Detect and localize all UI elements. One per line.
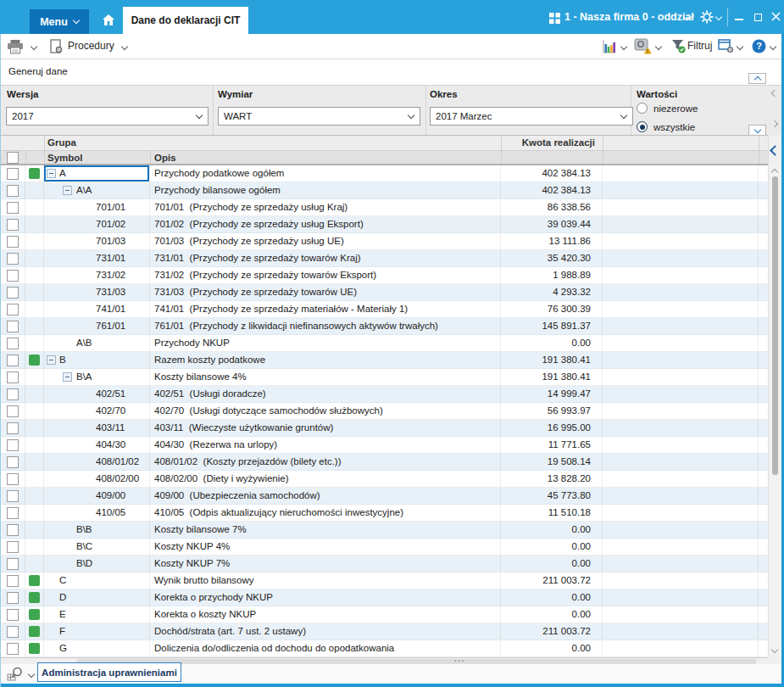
row-checkbox[interactable] <box>7 388 19 400</box>
row-checkbox[interactable] <box>7 236 19 248</box>
table-row[interactable]: 410/05 410/05 (Odpis aktualizujący nieru… <box>0 505 768 522</box>
row-checkbox[interactable] <box>7 405 19 417</box>
table-row[interactable]: 731/01 731/01 (Przychody ze sprzedaży to… <box>0 250 768 267</box>
row-checkbox[interactable] <box>7 439 19 451</box>
tree-expander-icon[interactable] <box>63 372 72 382</box>
zoom-table-icon[interactable] <box>7 667 25 685</box>
tree-expander-icon[interactable] <box>47 169 56 178</box>
table-row[interactable]: C Wynik brutto bilansowy 211 003.72 <box>0 572 768 589</box>
okres-select[interactable]: 2017 Marzec <box>430 107 633 126</box>
filter-collapse-up-button[interactable] <box>748 73 766 84</box>
zoom-options-chevron-icon[interactable] <box>28 671 35 678</box>
table-row[interactable]: 701/01 701/01 (Przychody ze sprzedaży us… <box>0 199 768 216</box>
row-checkbox[interactable] <box>7 371 19 383</box>
tree-expander-icon[interactable] <box>47 355 56 365</box>
chart-icon[interactable] <box>603 39 616 57</box>
row-checkbox[interactable] <box>7 558 19 570</box>
table-row[interactable]: 731/03 731/03 (Przychody ze sprzedaży to… <box>0 284 768 301</box>
row-checkbox[interactable] <box>7 219 19 231</box>
help-chevron-icon[interactable] <box>770 43 776 50</box>
wersja-select[interactable]: 2017 <box>6 107 209 126</box>
close-button[interactable] <box>767 9 784 25</box>
wymiar-select[interactable]: WART <box>218 107 420 126</box>
row-checkbox[interactable] <box>7 253 19 265</box>
collapse-left-icon[interactable] <box>770 145 781 156</box>
row-checkbox[interactable] <box>7 609 19 621</box>
row-checkbox[interactable] <box>7 473 19 485</box>
row-checkbox[interactable] <box>7 643 19 655</box>
home-button[interactable] <box>93 9 123 34</box>
filter-icon[interactable] <box>671 39 686 57</box>
radio-option-wszystkie[interactable]: wszystkie <box>637 121 695 132</box>
column-header-symbol[interactable]: Symbol <box>47 151 83 165</box>
radio-icon[interactable] <box>637 103 648 114</box>
column-header-grupa[interactable]: Grupa <box>47 136 76 149</box>
table-row[interactable]: 731/02 731/02 (Przychody ze sprzedaży to… <box>0 267 768 284</box>
table-row[interactable]: 741/01 741/01 (Przychody ze sprzedaży ma… <box>0 301 768 318</box>
filter-button[interactable]: Filtruj <box>687 34 712 59</box>
row-checkbox[interactable] <box>7 575 19 587</box>
row-checkbox[interactable] <box>7 456 19 468</box>
company-selector[interactable]: 1 - Nasza firma 0 - oddział <box>564 0 694 34</box>
row-checkbox[interactable] <box>7 168 19 180</box>
chevron-down-icon[interactable] <box>715 14 722 20</box>
window-settings-icon[interactable] <box>718 39 734 57</box>
table-row[interactable]: 403/11 403/11 (Wieczyste użytkowanie gru… <box>0 420 768 437</box>
row-checkbox[interactable] <box>7 202 19 214</box>
row-checkbox[interactable] <box>7 490 19 502</box>
row-checkbox[interactable] <box>7 338 19 349</box>
table-row[interactable]: A\B Przychody NKUP 0.00 <box>0 335 768 352</box>
row-checkbox[interactable] <box>7 321 19 332</box>
print-button[interactable] <box>7 39 24 58</box>
row-checkbox[interactable] <box>7 185 19 197</box>
scroll-down-icon[interactable] <box>771 646 778 653</box>
table-row[interactable]: 408/02/00 408/02/00 (Diety i wyżywienie)… <box>0 471 768 488</box>
radio-selected-icon[interactable] <box>637 121 648 132</box>
table-row[interactable]: 761/01 761/01 (Przychody z likwidacji ni… <box>0 318 768 335</box>
help-icon[interactable]: ? <box>752 39 766 57</box>
table-row[interactable]: 701/02 701/02 (Przychody ze sprzedaży us… <box>0 216 768 233</box>
select-all-checkbox[interactable] <box>7 152 19 164</box>
table-row[interactable]: 404/30 404/30 (Rezerwa na urlopy) 11 771… <box>0 437 768 454</box>
print-options-chevron-icon[interactable] <box>31 43 37 50</box>
row-checkbox[interactable] <box>7 524 19 536</box>
table-row[interactable]: B\B Koszty bilansowe 7% 0.00 <box>0 522 768 539</box>
minimize-button[interactable] <box>731 9 748 25</box>
table-row[interactable]: 402/70 402/70 (Usługi dotyczące samochod… <box>0 403 768 420</box>
filter-next-icon[interactable] <box>771 120 778 127</box>
window-settings-chevron-icon[interactable] <box>737 43 743 50</box>
filter-prev-icon[interactable] <box>771 90 778 97</box>
scroll-up-icon[interactable] <box>771 169 778 176</box>
table-row[interactable]: B Razem koszty podatkowe 191 380.41 <box>0 352 768 369</box>
table-row[interactable]: B\C Koszty NKUP 4% 0.00 <box>0 539 768 556</box>
row-checkbox[interactable] <box>7 287 19 299</box>
generate-data-button[interactable]: Generuj dane <box>8 59 68 84</box>
table-row[interactable]: 402/51 402/51 (Usługi doradcze) 14 999.4… <box>0 386 768 403</box>
column-header-kwota[interactable]: Kwota realizacji <box>501 136 595 149</box>
table-row[interactable]: B\D Koszty NKUP 7% 0.00 <box>0 556 768 572</box>
table-row[interactable]: E Korekta o koszty NKUP 0.00 <box>0 606 768 623</box>
maximize-button[interactable] <box>749 9 766 25</box>
row-checkbox[interactable] <box>7 304 19 316</box>
table-row[interactable]: 408/01/02 408/01/02 (Koszty przejazdów (… <box>0 454 768 471</box>
table-row[interactable]: G Doliczenia do/odliczenia od dochodu do… <box>0 640 768 657</box>
row-checkbox[interactable] <box>7 626 19 638</box>
procedures-button[interactable]: Procedury <box>68 34 114 59</box>
row-checkbox[interactable] <box>7 592 19 604</box>
radio-option-niezerowe[interactable]: niezerowe <box>637 103 698 114</box>
procedures-chevron-icon[interactable] <box>121 43 128 50</box>
apps-grid-icon[interactable] <box>549 12 560 27</box>
table-row[interactable]: A\A Przychody bilansowe ogółem 402 384.1… <box>0 182 768 199</box>
gear-icon[interactable] <box>700 10 714 27</box>
table-row[interactable]: D Korekta o przychody NKUP 0.00 <box>0 589 768 606</box>
tree-expander-icon[interactable] <box>63 186 72 195</box>
column-header-opis[interactable]: Opis <box>154 151 176 165</box>
menu-button[interactable]: Menu <box>30 9 89 34</box>
row-checkbox[interactable] <box>7 541 19 553</box>
table-row[interactable]: 701/03 701/03 (Przychody ze sprzedaży us… <box>0 233 768 250</box>
view-settings-chevron-icon[interactable] <box>655 43 662 50</box>
procedures-icon[interactable] <box>48 39 64 58</box>
table-row[interactable]: F Dochód/strata (art. 7 ust. 2 ustawy) 2… <box>0 623 768 640</box>
row-checkbox[interactable] <box>7 355 19 366</box>
row-checkbox[interactable] <box>7 270 19 282</box>
